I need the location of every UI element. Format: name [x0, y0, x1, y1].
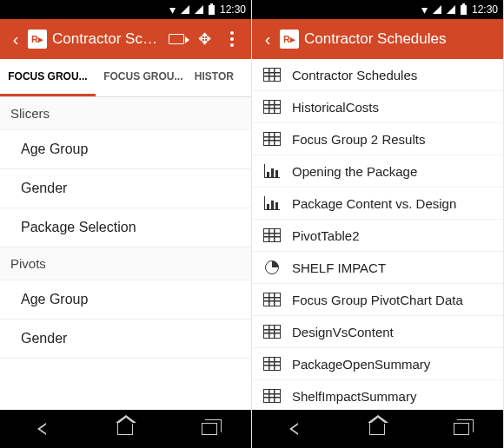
nav-home-icon [117, 423, 133, 435]
app-bar: ‹ R▸ Contractor Schedules [252, 19, 503, 59]
pivot-item[interactable]: Gender [0, 320, 251, 359]
object-item-label: HistoricalCosts [292, 100, 379, 115]
object-item[interactable]: PivotTable2 [252, 220, 503, 252]
object-item[interactable]: SHELF IMPACT [252, 252, 503, 284]
cast-button[interactable] [162, 34, 190, 44]
nav-back-icon [289, 423, 298, 435]
object-item-label: SHELF IMPACT [292, 260, 386, 275]
nav-recent-button[interactable] [446, 418, 477, 439]
move-button[interactable]: ✥ [190, 30, 218, 49]
slicer-item[interactable]: Age Group [0, 130, 251, 169]
app-title: Contractor Sch... [52, 30, 162, 48]
back-icon[interactable]: ‹ [5, 30, 26, 49]
tab-historical[interactable]: HISTOR [191, 59, 251, 96]
section-header-pivots: Pivots [0, 247, 251, 280]
object-item[interactable]: ShelfImpactSummary [252, 380, 503, 410]
object-item-label: Package Content vs. Design [292, 196, 456, 211]
signal-icon [447, 5, 455, 14]
wifi-icon: ▾ [421, 3, 428, 16]
nav-home-icon [369, 423, 385, 435]
table-icon [262, 388, 282, 404]
nav-home-button[interactable] [109, 418, 141, 439]
signal-icon [433, 5, 441, 14]
slicer-item[interactable]: Package Selection [0, 208, 251, 247]
app-title: Contractor Schedules [304, 30, 498, 48]
android-nav-bar [252, 410, 503, 448]
battery-icon [209, 5, 215, 15]
object-item[interactable]: Contractor Schedules [252, 59, 503, 91]
cast-icon [169, 34, 184, 44]
object-item-label: PivotTable2 [292, 228, 360, 243]
nav-back-button[interactable] [278, 418, 309, 439]
status-bar: ▾ 12:30 [252, 0, 503, 19]
signal-icon [195, 5, 203, 14]
section-header-slicers: Slicers [0, 97, 251, 130]
clock: 12:30 [220, 3, 246, 16]
nav-recent-button[interactable] [194, 418, 225, 439]
table-icon [262, 324, 282, 339]
content-pane: Slicers Age Group Gender Package Selecti… [0, 97, 251, 410]
bar-icon [262, 163, 282, 179]
tab-focus-group-1[interactable]: FOCUS GROU... [0, 59, 96, 96]
back-icon[interactable]: ‹ [257, 30, 278, 49]
android-nav-bar [0, 410, 251, 448]
status-bar: ▾ 12:30 [0, 0, 251, 19]
app-logo-icon: R▸ [28, 30, 47, 49]
phone-left: ▾ 12:30 ‹ R▸ Contractor Sch... ✥ FOCUS G… [0, 0, 252, 448]
object-item-label: Focus Group PivotChart Data [292, 293, 463, 307]
pie-icon [262, 260, 282, 275]
object-item[interactable]: HistoricalCosts [252, 91, 503, 123]
tab-focus-group-2[interactable]: FOCUS GROU... [96, 59, 191, 96]
battery-icon [461, 5, 467, 15]
object-item[interactable]: Package Content vs. Design [252, 188, 503, 220]
object-item-label: DesignVsContent [292, 325, 394, 339]
object-item[interactable]: Focus Group PivotChart Data [252, 284, 503, 316]
slicer-item[interactable]: Gender [0, 169, 251, 208]
nav-home-button[interactable] [361, 418, 393, 439]
nav-back-button[interactable] [26, 418, 57, 439]
overflow-button[interactable] [218, 31, 246, 47]
object-item[interactable]: Opening the Package [252, 155, 503, 188]
object-item-label: Opening the Package [292, 164, 417, 179]
app-logo-icon: R▸ [280, 30, 299, 49]
object-item[interactable]: PackageOpenSummary [252, 348, 503, 380]
object-item[interactable]: Focus Group 2 Results [252, 123, 503, 155]
table-icon [262, 356, 282, 372]
table-icon [262, 227, 282, 243]
tab-bar: FOCUS GROU... FOCUS GROU... HISTOR [0, 59, 251, 97]
phone-right: ▾ 12:30 ‹ R▸ Contractor Schedules Contra… [252, 0, 504, 448]
object-item-label: Focus Group 2 Results [292, 132, 425, 147]
bar-icon [262, 195, 282, 211]
object-item-label: Contractor Schedules [292, 68, 417, 82]
object-item[interactable]: DesignVsContent [252, 316, 503, 348]
nav-recent-icon [202, 423, 217, 435]
table-icon [262, 67, 282, 82]
signal-icon [181, 5, 189, 14]
object-item-label: ShelfImpactSummary [292, 389, 416, 404]
overflow-icon [230, 31, 234, 47]
pivot-item[interactable]: Age Group [0, 280, 251, 320]
nav-back-icon [37, 423, 46, 435]
table-icon [262, 292, 282, 307]
table-icon [262, 99, 282, 115]
app-bar: ‹ R▸ Contractor Sch... ✥ [0, 19, 251, 59]
object-list: Contractor SchedulesHistoricalCostsFocus… [252, 59, 503, 410]
table-icon [262, 131, 282, 147]
object-item-label: PackageOpenSummary [292, 357, 430, 372]
wifi-icon: ▾ [169, 3, 176, 16]
clock: 12:30 [472, 3, 498, 16]
nav-recent-icon [454, 423, 469, 435]
